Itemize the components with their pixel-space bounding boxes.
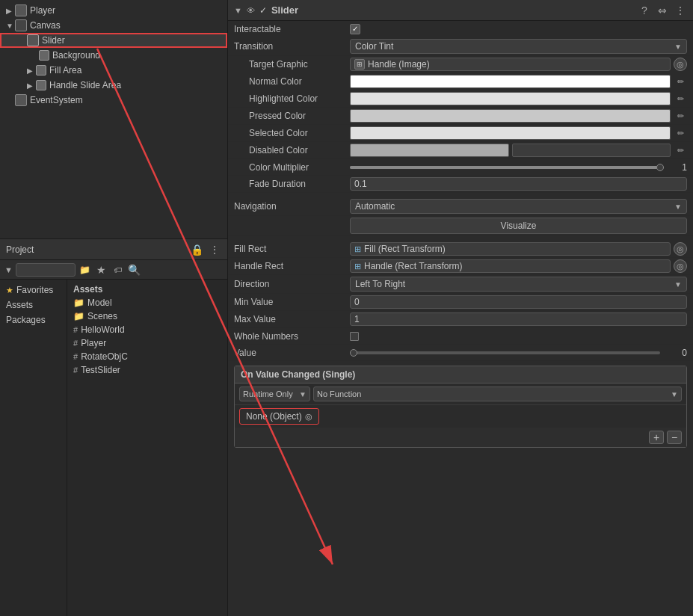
selected-color-eyedropper[interactable]: ✏ <box>674 126 687 140</box>
hierarchy-item-player[interactable]: ▶ Player <box>0 3 227 18</box>
event-function-row: Runtime Only ▼ No Function ▼ <box>235 384 686 405</box>
direction-dropdown[interactable]: Left To Right ▼ <box>350 277 687 292</box>
whole-numbers-label: Whole Numbers <box>234 331 350 342</box>
none-object-button[interactable]: None (Object) ◎ <box>239 408 319 425</box>
pressed-color-swatch[interactable] <box>350 109 671 123</box>
fill-rect-value: ⊞ Fill (Rect Transform) ◎ <box>350 242 687 256</box>
add-event-button[interactable]: + <box>649 431 664 444</box>
fill-rect-text: Fill (Rect Transform) <box>364 244 446 254</box>
asset-label-model: Model <box>87 298 112 308</box>
highlighted-color-row: Highlighted Color ✏ <box>228 90 693 108</box>
color-multiplier-label: Color Multiplier <box>234 162 350 173</box>
pick-icon: ◎ <box>305 412 312 422</box>
lock-button[interactable]: 🔒 <box>190 243 203 256</box>
transition-dropdown[interactable]: Color Tint ▼ <box>350 39 687 54</box>
normal-color-label: Normal Color <box>234 76 350 87</box>
value-slider-track[interactable] <box>350 351 660 354</box>
fade-duration-label: Fade Duration <box>234 179 350 189</box>
asset-label-rotate: RotateObjC <box>81 351 128 362</box>
transition-label: Transition <box>234 41 350 52</box>
label-button[interactable]: 🏷 <box>111 263 125 277</box>
asset-player[interactable]: # Player <box>70 336 224 350</box>
asset-label-testslider: TestSlider <box>81 365 120 375</box>
runtime-only-dropdown[interactable]: Runtime Only ▼ <box>239 386 310 401</box>
asset-model[interactable]: 📁 Model <box>70 296 224 309</box>
fill-rect-field[interactable]: ⊞ Fill (Rect Transform) <box>350 242 671 256</box>
hierarchy-item-background[interactable]: ▶ Background <box>0 48 227 63</box>
color-multiplier-row: Color Multiplier 1 <box>228 159 693 176</box>
direction-chevron-icon: ▼ <box>674 280 682 289</box>
asset-helloworld[interactable]: # HelloWorld <box>70 323 224 336</box>
hierarchy-item-handle-slide[interactable]: ▶ Handle Slide Area <box>0 78 227 93</box>
fill-rect-pick-button[interactable]: ◎ <box>674 242 687 256</box>
value-thumb[interactable] <box>350 349 357 357</box>
help-button[interactable]: ? <box>638 4 651 17</box>
visualize-row: Visualize <box>228 216 693 236</box>
min-value-label: Min Value <box>234 297 350 307</box>
fade-duration-input[interactable]: 0.1 <box>350 177 687 191</box>
value-slider-container: 0 <box>350 348 687 358</box>
event-title: On Value Changed (Single) <box>235 366 686 384</box>
normal-color-swatch[interactable] <box>350 75 671 88</box>
search-button[interactable]: 🔍 <box>128 263 141 277</box>
interactable-value: ✓ <box>350 24 687 34</box>
fill-area-icon <box>36 65 46 76</box>
whole-numbers-checkbox[interactable] <box>350 332 359 341</box>
direction-row: Direction Left To Right ▼ <box>228 275 693 294</box>
packages-sidebar-item[interactable]: Packages <box>0 312 67 327</box>
asset-testslider[interactable]: # TestSlider <box>70 363 224 377</box>
no-function-dropdown[interactable]: No Function ▼ <box>313 386 682 401</box>
visualize-value: Visualize <box>350 218 687 234</box>
navigation-dropdown[interactable]: Automatic ▼ <box>350 199 687 214</box>
pressed-color-eyedropper[interactable]: ✏ <box>674 109 687 123</box>
handle-rect-field[interactable]: ⊞ Handle (Rect Transform) <box>350 259 671 273</box>
asset-scenes[interactable]: 📁 Scenes <box>70 309 224 323</box>
favorite-button[interactable]: ★ <box>95 263 108 277</box>
target-graphic-pick-button[interactable]: ◎ <box>674 58 687 71</box>
expand-arrow-handle[interactable]: ▶ <box>27 81 36 90</box>
target-graphic-field[interactable]: ⊞ Handle (Image) <box>350 58 671 71</box>
hierarchy-item-canvas[interactable]: ▼ Canvas <box>0 18 227 33</box>
color-multiplier-slider-track[interactable] <box>350 166 660 169</box>
asset-label-helloworld: HelloWorld <box>81 324 124 335</box>
color-multiplier-thumb[interactable] <box>656 164 664 171</box>
expand-arrow-player[interactable]: ▶ <box>6 7 15 15</box>
hierarchy-label-player: Player <box>30 5 55 16</box>
more-button[interactable]: ⋮ <box>208 243 221 256</box>
max-value-input[interactable] <box>350 312 687 326</box>
remove-event-button[interactable]: − <box>667 431 682 444</box>
inspector-header: ▼ 👁 ✓ Slider ? ⇔ ⋮ <box>228 0 693 21</box>
component-checkbox[interactable]: ✓ <box>259 5 267 16</box>
hierarchy-item-slider[interactable]: ▶ Slider <box>0 33 227 48</box>
function-chevron-icon: ▼ <box>671 390 678 398</box>
handle-rect-pick-button[interactable]: ◎ <box>674 259 687 273</box>
assets-sidebar-item[interactable]: Assets <box>0 298 67 312</box>
target-graphic-value: ⊞ Handle (Image) ◎ <box>350 58 687 71</box>
disabled-color-eyedropper[interactable]: ✏ <box>674 144 687 157</box>
project-search-input[interactable] <box>16 263 76 277</box>
selected-color-swatch[interactable] <box>350 126 671 140</box>
min-value-input[interactable] <box>350 295 687 309</box>
add-folder-button[interactable]: 📁 <box>78 263 92 277</box>
interactable-checkbox[interactable]: ✓ <box>350 24 360 34</box>
canvas-icon <box>15 19 27 31</box>
hierarchy-item-fill-area[interactable]: ▶ Fill Area <box>0 63 227 78</box>
layout-button[interactable]: ⇔ <box>656 4 669 17</box>
normal-color-eyedropper[interactable]: ✏ <box>674 75 687 88</box>
expand-arrow-canvas[interactable]: ▼ <box>6 22 15 30</box>
favorites-item[interactable]: ★ Favorites <box>0 283 67 298</box>
asset-rotate[interactable]: # RotateObjC <box>70 350 224 363</box>
fill-rect-label: Fill Rect <box>234 244 350 254</box>
highlighted-color-value: ✏ <box>350 92 687 105</box>
expand-arrow-fill[interactable]: ▶ <box>27 67 36 75</box>
hierarchy-label-handle: Handle Slide Area <box>49 80 121 90</box>
highlighted-color-swatch[interactable] <box>350 92 671 105</box>
component-more-button[interactable]: ⋮ <box>674 4 687 17</box>
project-title: Project <box>6 244 185 255</box>
hierarchy-item-eventsystem[interactable]: ▶ EventSystem <box>0 93 227 108</box>
target-graphic-text: Handle (Image) <box>368 59 430 70</box>
visualize-button[interactable]: Visualize <box>350 218 687 234</box>
disabled-color-swatch[interactable] <box>350 144 509 157</box>
highlighted-color-eyedropper[interactable]: ✏ <box>674 92 687 105</box>
runtime-chevron-icon: ▼ <box>299 390 307 398</box>
